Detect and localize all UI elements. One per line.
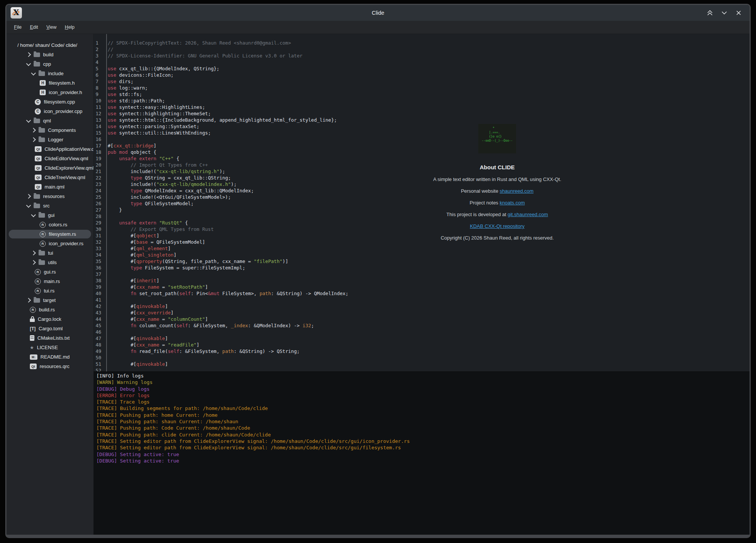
chevron-down-icon[interactable] bbox=[31, 71, 36, 76]
qt-file-icon: Qt bbox=[35, 184, 42, 190]
rs-file-icon: R bbox=[40, 241, 46, 247]
log-line: [TRACE] Pushing path: home Current: /hom… bbox=[96, 412, 750, 418]
line-number: 15 bbox=[94, 130, 106, 136]
desktop: { "colors": { "keyword": "#c9566b", "att… bbox=[0, 0, 756, 543]
tree-item-clideapplicationview-qml[interactable]: QtClideApplicationView.qml bbox=[6, 144, 93, 154]
tree-item-readme-md[interactable]: M↓README.md bbox=[6, 352, 93, 362]
code-line: 26 type QFileSystemModel; bbox=[94, 200, 750, 207]
menu-edit[interactable]: Edit bbox=[26, 23, 42, 31]
menu-view[interactable]: View bbox=[43, 23, 60, 31]
tree-item-main-qml[interactable]: Qtmain.qml bbox=[6, 182, 93, 192]
chevron-right-icon[interactable] bbox=[26, 52, 31, 57]
line-number: 6 bbox=[94, 72, 106, 78]
c-file-icon: C bbox=[35, 108, 41, 114]
tree-item-include[interactable]: include bbox=[6, 69, 93, 78]
tree-item-clideeditorview-qml[interactable]: QtClideEditorView.qml bbox=[6, 154, 93, 163]
tree-item-clidetreeview-qml[interactable]: QtClideTreeView.qml bbox=[6, 173, 93, 182]
about-link[interactable]: knoats.com bbox=[500, 200, 525, 206]
chevron-down-icon[interactable] bbox=[26, 61, 31, 66]
chevron-right-icon[interactable] bbox=[31, 251, 36, 255]
h-file-icon: H bbox=[40, 90, 46, 95]
tree-item-resources-qrc[interactable]: Qtresources.qrc bbox=[6, 362, 93, 371]
line-number: 51 bbox=[94, 361, 106, 367]
tree-item-filesystem-rs[interactable]: Rfilesystem.rs bbox=[6, 229, 93, 239]
line-content: fn set_root_path(self: Pin<&mut FileSyst… bbox=[106, 290, 348, 297]
tree-item-filesystem-cpp[interactable]: Cfilesystem.cpp bbox=[6, 97, 93, 107]
tree-item-tui-rs[interactable]: Rtui.rs bbox=[6, 286, 93, 295]
code-editor[interactable]: 1// SPDX-FileCopyrightText: 2026, Shaun … bbox=[94, 34, 750, 371]
code-line: 32 #[base = QFileSystemModel] bbox=[94, 239, 750, 245]
tree-item-components[interactable]: Components bbox=[6, 125, 93, 135]
about-link[interactable]: shaunreed.com bbox=[500, 188, 534, 194]
code-line: 24 type QModelIndex = cxx_qt_lib::QModel… bbox=[94, 187, 750, 194]
line-number: 10 bbox=[94, 97, 106, 104]
tree-item-target[interactable]: target bbox=[6, 295, 93, 305]
chevron-right-icon[interactable] bbox=[26, 298, 31, 303]
line-content: use std::fs; bbox=[106, 91, 142, 97]
tree-item-label: build.rs bbox=[39, 307, 55, 312]
rs-file-icon: R bbox=[30, 307, 36, 313]
about-link-row: KDAB CXX-Qt repository bbox=[429, 223, 565, 229]
tree-item-logger[interactable]: Logger bbox=[6, 135, 93, 144]
code-line: 15use syntect::util::LinesWithEndings; bbox=[94, 130, 750, 136]
tree-item-filesystem-h[interactable]: Hfilesystem.h bbox=[6, 78, 93, 88]
tree-item-src[interactable]: src bbox=[6, 201, 93, 210]
menu-help[interactable]: Help bbox=[61, 23, 79, 31]
qt-file-icon: Qt bbox=[35, 156, 42, 161]
title-bar[interactable]: X Clide bbox=[6, 5, 750, 21]
tree-item-tui[interactable]: tui bbox=[6, 248, 93, 258]
about-link[interactable]: git.shaunreed.com bbox=[507, 212, 548, 217]
tree-item-gui-rs[interactable]: Rgui.rs bbox=[6, 267, 93, 277]
menu-file[interactable]: File bbox=[10, 23, 25, 31]
tree-item-cmakelists-txt[interactable]: CMakeLists.txt bbox=[6, 333, 93, 343]
chevron-right-icon[interactable] bbox=[31, 260, 36, 265]
tree-item-label: resources.qrc bbox=[40, 364, 70, 369]
about-link[interactable]: KDAB CXX-Qt repository bbox=[470, 223, 525, 229]
tree-item-label: include bbox=[48, 71, 63, 76]
tree-item-build-rs[interactable]: Rbuild.rs bbox=[6, 305, 93, 314]
c-file-icon: C bbox=[35, 99, 41, 105]
folder-icon bbox=[34, 53, 40, 57]
tree-item-qml[interactable]: qml bbox=[6, 116, 93, 125]
tree-item-utils[interactable]: utils bbox=[6, 258, 93, 267]
lock-file-icon bbox=[30, 319, 35, 322]
shade-button[interactable] bbox=[706, 9, 714, 17]
chevron-down-icon[interactable] bbox=[31, 212, 36, 217]
tree-item-resources[interactable]: resources bbox=[6, 192, 93, 201]
tree-item-cargo-toml[interactable]: [T]Cargo.toml bbox=[6, 324, 93, 333]
chevron-down-icon[interactable] bbox=[26, 203, 31, 208]
rs-file-icon: R bbox=[35, 278, 41, 285]
close-button[interactable] bbox=[734, 9, 743, 17]
tree-item-clideexplorerview-qml[interactable]: QtClideExplorerView.qml bbox=[6, 163, 93, 173]
code-line: 22 type QString = cxx_qt_lib::QString; bbox=[94, 175, 750, 181]
code-line: 43 #[cxx_override] bbox=[94, 309, 750, 316]
log-console[interactable]: [INFO] Info logs[WARN] Warning logs[DEBU… bbox=[94, 371, 750, 535]
tree-item-icon-provider-rs[interactable]: Ricon_provider.rs bbox=[6, 239, 93, 248]
code-line: 40 fn set_root_path(self: Pin<&mut FileS… bbox=[94, 290, 750, 297]
tree-item-icon-provider-cpp[interactable]: Cicon_provider.cpp bbox=[6, 107, 93, 116]
tree-item-gui[interactable]: gui bbox=[6, 210, 93, 220]
chevron-right-icon[interactable] bbox=[31, 128, 36, 133]
tree-item-colors-rs[interactable]: Rcolors.rs bbox=[6, 220, 93, 229]
code-line: 1// SPDX-FileCopyrightText: 2026, Shaun … bbox=[94, 40, 750, 46]
code-line: 29 unsafe extern "RustQt" { bbox=[94, 220, 750, 226]
code-line: 20 // Import Qt Types from C++ bbox=[94, 162, 750, 168]
rs-file-icon: R bbox=[40, 231, 46, 237]
minimize-button[interactable] bbox=[720, 9, 728, 17]
code-line: 52 bbox=[94, 367, 750, 371]
chevron-right-icon[interactable] bbox=[26, 194, 31, 199]
tree-item-main-rs[interactable]: Rmain.rs bbox=[6, 277, 93, 286]
line-number: 49 bbox=[94, 348, 106, 354]
chevron-right-icon[interactable] bbox=[31, 137, 36, 142]
line-number: 14 bbox=[94, 123, 106, 130]
tree-item-build[interactable]: build bbox=[6, 50, 93, 59]
line-content: fn read_file(self: &FileSystem, path: &Q… bbox=[106, 348, 300, 354]
code-line: 33 #[qml_element] bbox=[94, 245, 750, 252]
code-line: 11use syntect::easy::HighlightLines; bbox=[94, 104, 750, 110]
file-explorer[interactable]: / home/ shaun/ Code/ clide/ buildcppincl… bbox=[6, 34, 94, 535]
tree-item-cargo-lock[interactable]: Cargo.lock bbox=[6, 314, 93, 324]
tree-item-icon-provider-h[interactable]: Hicon_provider.h bbox=[6, 88, 93, 97]
chevron-down-icon[interactable] bbox=[26, 118, 31, 123]
tree-item-cpp[interactable]: cpp bbox=[6, 59, 93, 69]
tree-item-license[interactable]: ★LICENSE bbox=[6, 343, 93, 352]
